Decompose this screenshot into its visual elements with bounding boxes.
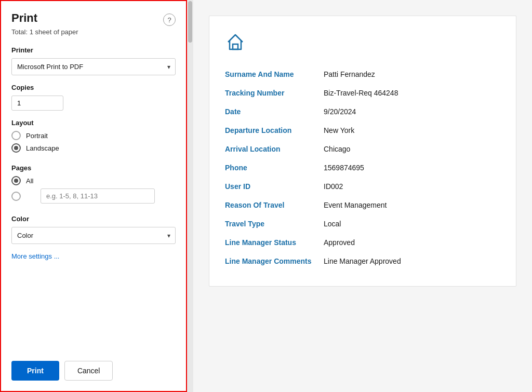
print-button[interactable]: Print — [11, 361, 59, 381]
table-row: Phone1569874695 — [225, 158, 500, 177]
field-value: New York — [324, 126, 354, 134]
print-subtitle: Total: 1 sheet of paper — [11, 28, 176, 36]
document-card: Surname And NamePatti FernandezTracking … — [209, 16, 516, 287]
field-label: Line Manager Status — [225, 238, 324, 247]
portrait-radio[interactable] — [11, 131, 21, 140]
table-row: Reason Of TravelEvent Management — [225, 196, 500, 214]
field-label: Tracking Number — [225, 89, 324, 97]
table-row: Departure LocationNew York — [225, 121, 500, 140]
pages-section: Pages All — [11, 164, 176, 207]
field-label: Phone — [225, 164, 324, 172]
field-label: Departure Location — [225, 126, 324, 134]
document-preview: Surname And NamePatti FernandezTracking … — [193, 0, 532, 392]
pages-all-label: All — [26, 177, 33, 185]
table-row: User IDID002 — [225, 177, 500, 196]
landscape-radio[interactable] — [11, 143, 21, 153]
color-section: Color Color Black and white ▾ — [11, 215, 176, 244]
field-label: Reason Of Travel — [225, 201, 324, 209]
scrollbar-thumb[interactable] — [188, 1, 192, 43]
print-dialog: Print ? Total: 1 sheet of paper Printer … — [0, 0, 187, 392]
color-select-wrapper: Color Black and white ▾ — [11, 227, 176, 244]
document-fields: Surname And NamePatti FernandezTracking … — [225, 65, 500, 271]
landscape-label: Landscape — [26, 144, 59, 152]
table-row: Line Manager CommentsLine Manager Approv… — [225, 252, 500, 271]
pages-label: Pages — [11, 164, 176, 172]
printer-label: Printer — [11, 46, 176, 54]
printer-section: Printer Microsoft Print to PDF Adobe PDF… — [11, 46, 176, 75]
print-title: Print — [11, 11, 37, 25]
field-value: ID002 — [324, 182, 343, 191]
table-row: Arrival LocationChicago — [225, 140, 500, 158]
table-row: Date9/20/2024 — [225, 102, 500, 121]
scrollbar[interactable] — [187, 0, 193, 392]
field-value: Approved — [324, 238, 355, 247]
layout-section: Layout Portrait Landscape — [11, 119, 176, 156]
field-label: Line Manager Comments — [225, 257, 324, 265]
more-settings-link[interactable]: More settings ... — [11, 252, 176, 260]
printer-select[interactable]: Microsoft Print to PDF Adobe PDF Send to… — [11, 58, 176, 75]
layout-label: Layout — [11, 119, 176, 127]
color-select[interactable]: Color Black and white — [11, 227, 176, 244]
printer-select-wrapper: Microsoft Print to PDF Adobe PDF Send to… — [11, 58, 176, 75]
svg-rect-0 — [233, 44, 238, 49]
field-label: User ID — [225, 182, 324, 191]
field-value: Line Manager Approved — [324, 257, 401, 265]
copies-input[interactable] — [11, 96, 63, 111]
table-row: Surname And NamePatti Fernandez — [225, 65, 500, 84]
field-value: Event Management — [324, 201, 387, 209]
copies-section: Copies — [11, 84, 176, 111]
color-label: Color — [11, 215, 176, 223]
field-value: Patti Fernandez — [324, 70, 375, 78]
table-row: Line Manager StatusApproved — [225, 233, 500, 252]
field-label: Travel Type — [225, 220, 324, 228]
pages-custom-option[interactable] — [11, 188, 176, 204]
table-row: Travel TypeLocal — [225, 214, 500, 233]
help-button[interactable]: ? — [163, 13, 176, 26]
field-value: Biz-Travel-Req 464248 — [324, 89, 398, 97]
copies-label: Copies — [11, 84, 176, 91]
home-icon — [225, 32, 500, 55]
field-value: 1569874695 — [324, 164, 364, 172]
cancel-button[interactable]: Cancel — [64, 361, 113, 381]
pages-custom-input[interactable] — [41, 188, 155, 204]
field-value: Chicago — [324, 145, 350, 153]
field-label: Arrival Location — [225, 145, 324, 153]
pages-all-option[interactable]: All — [11, 176, 176, 185]
portrait-label: Portrait — [26, 132, 48, 140]
pages-custom-radio[interactable] — [11, 192, 21, 201]
layout-landscape-option[interactable]: Landscape — [11, 143, 176, 153]
print-actions: Print Cancel — [11, 356, 176, 386]
field-label: Surname And Name — [225, 70, 324, 78]
field-label: Date — [225, 107, 324, 116]
pages-all-radio[interactable] — [11, 176, 21, 185]
layout-portrait-option[interactable]: Portrait — [11, 131, 176, 140]
print-header: Print ? — [11, 11, 176, 26]
field-value: 9/20/2024 — [324, 107, 356, 116]
table-row: Tracking NumberBiz-Travel-Req 464248 — [225, 84, 500, 102]
field-value: Local — [324, 220, 341, 228]
